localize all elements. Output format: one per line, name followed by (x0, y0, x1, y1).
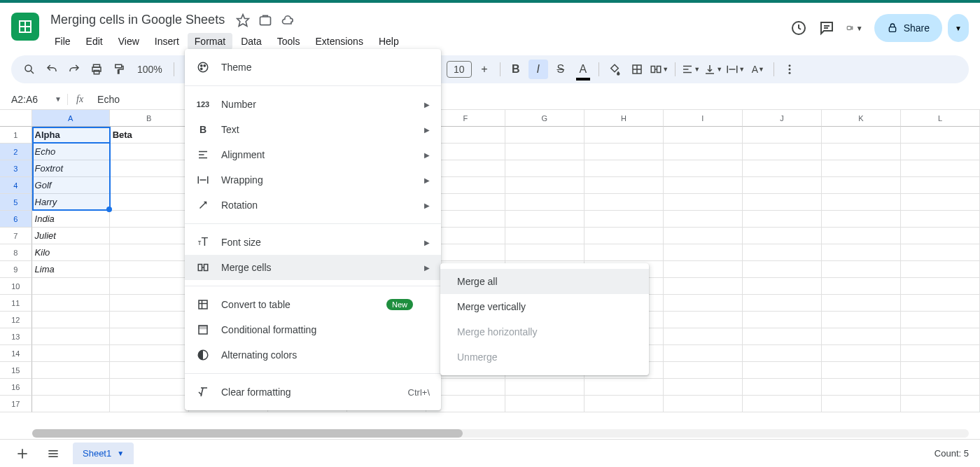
cell[interactable] (743, 244, 822, 261)
row-header[interactable]: 8 (0, 244, 32, 261)
cell[interactable] (664, 228, 743, 244)
row-header[interactable]: 12 (0, 312, 32, 328)
cell[interactable] (822, 295, 901, 312)
cell[interactable] (664, 345, 743, 362)
fx-icon[interactable]: fx (67, 94, 92, 105)
menu-convert-table[interactable]: Convert to table New (185, 292, 441, 317)
text-color-icon[interactable]: A (573, 60, 593, 79)
cell[interactable] (901, 278, 980, 295)
cell[interactable] (505, 177, 584, 194)
cell[interactable] (505, 211, 584, 228)
add-sheet-icon[interactable] (11, 442, 34, 465)
cell[interactable]: Lima (32, 261, 110, 278)
cell[interactable] (584, 127, 664, 144)
valign-icon[interactable]: ▼ (704, 60, 723, 79)
menu-theme[interactable]: Theme (185, 55, 441, 80)
cell[interactable] (822, 127, 901, 144)
cell[interactable] (743, 127, 822, 144)
cell[interactable] (822, 278, 901, 295)
cell[interactable] (505, 127, 584, 144)
meet-icon[interactable]: ▼ (846, 20, 863, 36)
menu-tools[interactable]: Tools (270, 33, 307, 50)
menu-help[interactable]: Help (372, 33, 406, 50)
undo-icon[interactable] (42, 60, 62, 79)
menu-text[interactable]: B Text ▶ (185, 117, 441, 142)
cell[interactable] (822, 177, 901, 194)
cell[interactable] (822, 396, 901, 412)
history-icon[interactable] (790, 20, 807, 36)
cell[interactable] (110, 228, 189, 244)
cell[interactable] (743, 295, 822, 312)
cell[interactable]: Kilo (32, 244, 110, 261)
cell[interactable] (505, 194, 584, 211)
cell[interactable] (822, 194, 901, 211)
more-icon[interactable] (780, 60, 799, 79)
search-icon[interactable] (20, 60, 39, 79)
cell[interactable] (664, 278, 743, 295)
row-header[interactable]: 17 (0, 396, 32, 412)
cell[interactable]: Echo (32, 144, 110, 160)
print-icon[interactable] (87, 60, 106, 79)
menu-extensions[interactable]: Extensions (308, 33, 370, 50)
cell[interactable] (664, 261, 743, 278)
cell[interactable]: India (32, 211, 110, 228)
italic-icon[interactable]: I (528, 60, 548, 79)
cell[interactable] (110, 144, 189, 160)
menu-conditional[interactable]: Conditional formatting (185, 317, 441, 342)
cell[interactable]: Beta (110, 127, 189, 144)
row-header[interactable]: 4 (0, 177, 32, 194)
cell[interactable] (901, 177, 980, 194)
select-all-corner[interactable] (0, 110, 32, 127)
cell[interactable] (743, 345, 822, 362)
row-header[interactable]: 15 (0, 362, 32, 379)
name-box[interactable]: A2:A6 ▼ (6, 94, 67, 105)
comment-icon[interactable] (818, 20, 835, 36)
horizontal-scrollbar[interactable] (32, 429, 969, 438)
cell[interactable] (505, 144, 584, 160)
cell[interactable] (822, 144, 901, 160)
star-icon[interactable] (236, 13, 250, 27)
col-header-J[interactable]: J (743, 110, 822, 127)
scrollbar-thumb[interactable] (32, 429, 463, 438)
cell[interactable] (822, 211, 901, 228)
col-header-A[interactable]: A (32, 110, 110, 127)
sheet-tab[interactable]: Sheet1 ▼ (73, 442, 134, 464)
cell[interactable] (32, 362, 110, 379)
rotate-icon[interactable]: A ▼ (748, 60, 768, 79)
cell[interactable]: Harry (32, 194, 110, 211)
menu-alignment[interactable]: Alignment ▶ (185, 142, 441, 167)
cell[interactable] (901, 396, 980, 412)
col-header-K[interactable]: K (822, 110, 901, 127)
cell[interactable] (584, 144, 664, 160)
cell[interactable] (901, 312, 980, 328)
row-header[interactable]: 7 (0, 228, 32, 244)
cell[interactable] (32, 396, 110, 412)
cell[interactable] (822, 244, 901, 261)
cell[interactable] (664, 177, 743, 194)
cell[interactable] (584, 244, 664, 261)
cell[interactable] (110, 177, 189, 194)
cell[interactable] (664, 312, 743, 328)
fill-color-icon[interactable] (605, 60, 624, 79)
menu-insert[interactable]: Insert (148, 33, 186, 50)
col-header-I[interactable]: I (664, 110, 743, 127)
cell[interactable] (822, 228, 901, 244)
halign-icon[interactable]: ▼ (681, 60, 701, 79)
cell[interactable] (901, 295, 980, 312)
cell[interactable] (901, 160, 980, 177)
cell[interactable] (822, 312, 901, 328)
cell[interactable] (505, 379, 584, 396)
borders-icon[interactable] (627, 60, 647, 79)
cell[interactable] (822, 328, 901, 345)
cell[interactable] (743, 261, 822, 278)
cell[interactable] (822, 362, 901, 379)
row-header[interactable]: 11 (0, 295, 32, 312)
cell[interactable] (32, 328, 110, 345)
cell[interactable] (901, 194, 980, 211)
row-header[interactable]: 5 (0, 194, 32, 211)
cell[interactable] (664, 328, 743, 345)
cell[interactable] (743, 160, 822, 177)
menu-rotation[interactable]: Rotation ▶ (185, 193, 441, 218)
cell[interactable] (743, 312, 822, 328)
col-header-G[interactable]: G (505, 110, 584, 127)
